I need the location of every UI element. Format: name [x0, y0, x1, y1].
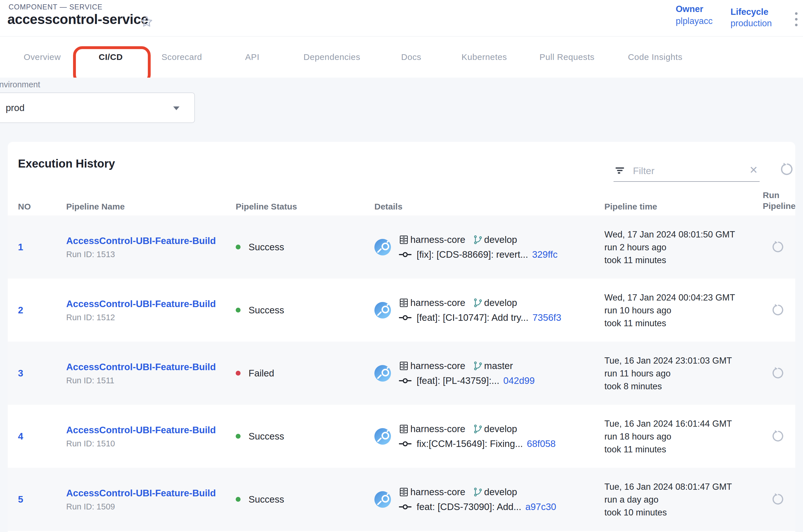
run-pipeline-button[interactable]: [770, 366, 785, 380]
column-header-details: Details: [375, 202, 402, 211]
entity-title: accesscontrol-service: [7, 12, 148, 27]
details-cell: harness-core develop: [375, 298, 561, 323]
details-cell: harness-core master: [375, 360, 535, 386]
pipeline-name-cell: AccessControl-UBI-Feature-Build Run ID: …: [66, 361, 216, 385]
owner-label: Owner: [676, 4, 703, 14]
status-label: Failed: [249, 368, 274, 379]
pipeline-status-cell: Success: [236, 305, 284, 316]
git-branch-icon: [473, 298, 483, 308]
repository-name: harness-core: [410, 487, 465, 497]
dropdown-caret-icon: [173, 107, 179, 110]
table-row: 1 AccessControl-UBI-Feature-Build Run ID…: [8, 215, 795, 279]
rerun-icon: [770, 240, 785, 254]
details-cell: harness-core develop: [375, 423, 556, 449]
status-dot: [236, 497, 241, 502]
branch-name: develop: [484, 423, 517, 434]
ci-build-icon[interactable]: [375, 302, 391, 319]
status-label: Success: [249, 305, 284, 316]
run-pipeline-button[interactable]: [770, 492, 785, 507]
commit-message: [fix]: [CDS-88669]: revert...: [417, 249, 528, 260]
pipeline-name-cell: AccessControl-UBI-Feature-Build Run ID: …: [66, 298, 216, 322]
run-id: Run ID: 1511: [66, 376, 216, 385]
pipeline-name-cell: AccessControl-UBI-Feature-Build Run ID: …: [66, 424, 216, 448]
commit-message: fix:[CCM-15649]: Fixing...: [417, 438, 523, 449]
commit-sha-link[interactable]: a97c30: [525, 501, 556, 512]
repository-icon: [398, 298, 409, 308]
tab-code-insights[interactable]: Code Insights: [628, 52, 682, 62]
owner-link[interactable]: plplayacc: [676, 16, 712, 26]
tab-dependencies[interactable]: Dependencies: [303, 52, 360, 62]
execution-history-title: Execution History: [18, 157, 115, 170]
ci-build-icon[interactable]: [375, 239, 391, 255]
details-cell: harness-core develop: [375, 234, 558, 260]
tab-ci-cd[interactable]: CI/CD: [99, 52, 123, 62]
tab-kubernetes[interactable]: Kubernetes: [461, 52, 507, 62]
environment-selected-value: prod: [6, 102, 24, 113]
execution-history-card: Execution History ✕ NO Pipeline Name Pip…: [8, 142, 795, 532]
cicd-tab-content: Environment prod Execution History ✕: [0, 78, 803, 532]
commit-sha-link[interactable]: 042d99: [503, 375, 535, 386]
run-pipeline-button[interactable]: [770, 303, 785, 317]
ci-build-icon[interactable]: [375, 491, 391, 508]
kebab-icon: [790, 12, 802, 26]
favorite-star-icon[interactable]: [140, 15, 154, 28]
pipeline-name-link[interactable]: AccessControl-UBI-Feature-Build: [66, 424, 216, 435]
repository-icon: [398, 487, 409, 497]
tab-docs[interactable]: Docs: [401, 52, 421, 62]
pipeline-duration: took 11 minutes: [605, 443, 732, 456]
pipeline-time-gmt: Wed, 17 Jan 2024 08:01:50 GMT: [605, 228, 735, 241]
pipeline-status-cell: Success: [236, 242, 284, 252]
status-label: Success: [249, 431, 284, 442]
run-number: 3: [18, 368, 23, 379]
filter-field: ✕: [613, 159, 760, 182]
commit-sha-link[interactable]: 68f058: [527, 438, 556, 449]
run-number: 4: [18, 431, 23, 442]
pipeline-time-cell: Wed, 17 Jan 2024 00:04:23 GMT run 10 hou…: [605, 291, 735, 329]
clear-filter-button[interactable]: ✕: [749, 164, 758, 176]
repository-name: harness-core: [410, 298, 465, 308]
run-id: Run ID: 1513: [66, 249, 216, 259]
lifecycle-value: production: [730, 18, 772, 28]
tab-overview[interactable]: Overview: [24, 52, 61, 62]
pipeline-name-link[interactable]: AccessControl-UBI-Feature-Build: [66, 488, 216, 498]
rerun-icon: [770, 492, 785, 507]
commit-sha-link[interactable]: 329ffc: [532, 249, 558, 260]
commit-sha-link[interactable]: 7356f3: [533, 312, 561, 323]
column-header-pipeline-name: Pipeline Name: [66, 202, 125, 211]
run-pipeline-button[interactable]: [770, 429, 785, 443]
refresh-button[interactable]: [779, 162, 794, 177]
status-dot: [236, 308, 241, 312]
pipeline-time-gmt: Tue, 16 Jan 2024 23:01:03 GMT: [605, 354, 732, 367]
column-header-pipeline-status: Pipeline Status: [236, 202, 297, 211]
branch-name: develop: [484, 487, 517, 497]
pipeline-time-gmt: Tue, 16 Jan 2024 08:01:47 GMT: [605, 480, 732, 493]
repository-icon: [398, 423, 409, 434]
pipeline-name-link[interactable]: AccessControl-UBI-Feature-Build: [66, 361, 216, 372]
pipeline-time-cell: Tue, 16 Jan 2024 16:01:44 GMT run 18 hou…: [605, 417, 732, 456]
run-pipeline-button[interactable]: [770, 240, 785, 254]
run-number: 5: [18, 494, 23, 505]
ci-build-icon[interactable]: [375, 365, 391, 382]
table-row: 3 AccessControl-UBI-Feature-Build Run ID…: [8, 342, 795, 405]
commit-icon: [398, 314, 412, 322]
more-options-button[interactable]: [790, 9, 802, 27]
pipeline-name-link[interactable]: AccessControl-UBI-Feature-Build: [66, 235, 216, 246]
commit-message: feat: [CDS-73090]: Add...: [417, 501, 521, 512]
rerun-icon: [770, 429, 785, 443]
pipeline-status-cell: Success: [236, 431, 284, 442]
filter-input[interactable]: [632, 164, 730, 178]
pipeline-name-cell: AccessControl-UBI-Feature-Build Run ID: …: [66, 488, 216, 511]
environment-select[interactable]: prod: [0, 93, 195, 123]
run-id: Run ID: 1509: [66, 502, 216, 511]
commit-icon: [398, 377, 412, 385]
table-row: 4 AccessControl-UBI-Feature-Build Run ID…: [8, 405, 795, 468]
details-cell: harness-core develop: [375, 487, 556, 512]
pipeline-name-link[interactable]: AccessControl-UBI-Feature-Build: [66, 298, 216, 309]
pipeline-time-gmt: Wed, 17 Jan 2024 00:04:23 GMT: [605, 291, 735, 304]
tab-api[interactable]: API: [245, 52, 260, 62]
commit-message: [feat]: [CI-10747]: Add try...: [417, 312, 529, 323]
tab-pull-requests[interactable]: Pull Requests: [540, 52, 595, 62]
tab-scorecard[interactable]: Scorecard: [161, 52, 202, 62]
column-header-no: NO: [18, 202, 31, 211]
ci-build-icon[interactable]: [375, 428, 391, 445]
